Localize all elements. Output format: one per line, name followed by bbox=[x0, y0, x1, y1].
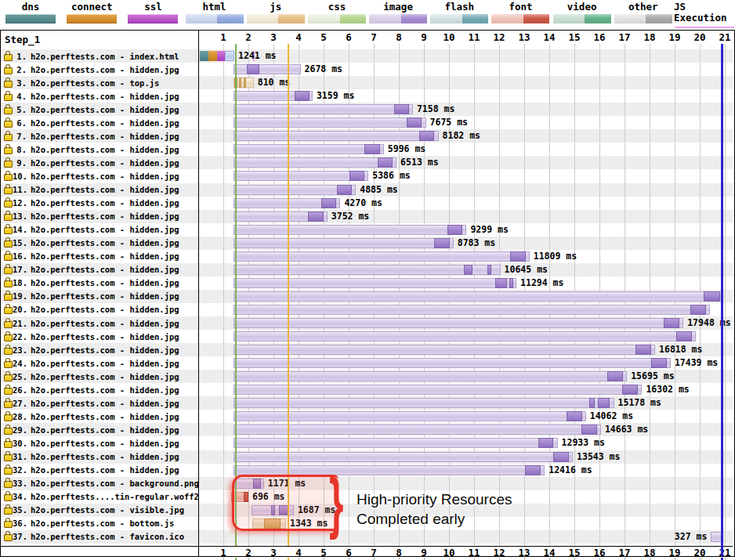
request-bar[interactable] bbox=[234, 251, 530, 262]
request-url-label: h2o.perftests.com - hidden.jpg bbox=[31, 385, 179, 395]
request-bar-download-segment bbox=[407, 117, 422, 128]
request-row-item[interactable]: 36.h2o.perftests.com - bottom.js bbox=[1, 517, 198, 530]
request-row-item[interactable]: 17.h2o.perftests.com - hidden.jpg bbox=[1, 263, 198, 276]
request-row-item[interactable]: 1.h2o.perftests.com - index.html bbox=[1, 49, 198, 63]
request-bar[interactable] bbox=[234, 318, 683, 328]
request-bar[interactable] bbox=[234, 144, 384, 154]
request-bar[interactable] bbox=[234, 452, 573, 462]
request-bar[interactable] bbox=[234, 465, 545, 475]
legend-swatch-ssl bbox=[128, 14, 178, 23]
legend-label: video bbox=[567, 2, 597, 13]
request-duration-label: 2678 ms bbox=[305, 64, 342, 74]
request-row-item[interactable]: 19.h2o.perftests.com - hidden.jpg bbox=[1, 290, 198, 303]
legend-swatch-half bbox=[430, 14, 462, 23]
request-row-item[interactable]: 31.h2o.perftests.com - hidden.jpg bbox=[1, 450, 198, 464]
x-tick-label-top: 21 bbox=[719, 32, 730, 43]
request-row-item[interactable]: 30.h2o.perftests.com - hidden.jpg bbox=[1, 436, 198, 450]
request-bar-segment-html[interactable] bbox=[225, 51, 234, 61]
legend-swatch-half bbox=[217, 14, 243, 23]
request-bar-segment-ssl[interactable] bbox=[217, 51, 225, 61]
request-row-item[interactable]: 33.h2o.perftests.com - background.png bbox=[1, 477, 198, 490]
request-bar[interactable] bbox=[234, 265, 501, 275]
request-bar-segment-dns[interactable] bbox=[200, 51, 208, 61]
request-bar-download-segment bbox=[364, 144, 379, 154]
request-url-label: h2o.perftests.com - hidden.jpg bbox=[31, 425, 179, 435]
request-url-label: h2o.perftests.com - top.js bbox=[31, 78, 159, 88]
request-bar[interactable] bbox=[234, 411, 586, 421]
legend-item-js-execution: JS Execution bbox=[674, 0, 735, 28]
request-bar-download-segment bbox=[378, 157, 393, 168]
request-row-item[interactable]: 34.h2o.perftests....tin-regular.woff2 bbox=[1, 490, 198, 504]
request-row-item[interactable]: 12.h2o.perftests.com - hidden.jpg bbox=[1, 197, 198, 210]
annotation-line-1: High-priority Resources bbox=[357, 490, 512, 509]
request-bar[interactable] bbox=[234, 117, 426, 128]
request-bar[interactable] bbox=[234, 385, 643, 395]
legend-item-flash: flash bbox=[429, 0, 490, 28]
request-bar[interactable] bbox=[234, 438, 558, 448]
request-row-item[interactable]: 35.h2o.perftests.com - visible.jpg bbox=[1, 504, 198, 517]
request-bar[interactable] bbox=[234, 398, 614, 408]
request-row-item[interactable]: 21.h2o.perftests.com - hidden.jpg bbox=[1, 316, 198, 330]
request-row-item[interactable]: 5.h2o.perftests.com - hidden.jpg bbox=[1, 103, 198, 116]
request-bar[interactable] bbox=[234, 371, 627, 381]
request-row-item[interactable]: 23.h2o.perftests.com - hidden.jpg bbox=[1, 343, 198, 356]
request-row-item[interactable]: 18.h2o.perftests.com - hidden.jpg bbox=[1, 276, 198, 290]
request-bar[interactable] bbox=[234, 358, 671, 368]
request-row-item[interactable]: 25.h2o.perftests.com - hidden.jpg bbox=[1, 370, 198, 383]
request-row-item[interactable]: 28.h2o.perftests.com - hidden.jpg bbox=[1, 410, 198, 423]
request-row-item[interactable]: 15.h2o.perftests.com - hidden.jpg bbox=[1, 237, 198, 250]
lock-icon bbox=[4, 454, 13, 461]
request-number: 28. bbox=[13, 412, 27, 421]
legend-swatch-half bbox=[523, 14, 549, 23]
x-tick-label-bottom: 19 bbox=[668, 547, 680, 558]
request-row-item[interactable]: 11.h2o.perftests.com - hidden.jpg bbox=[1, 183, 198, 197]
request-bar[interactable] bbox=[234, 104, 413, 114]
request-row-item[interactable]: 8.h2o.perftests.com - hidden.jpg bbox=[1, 143, 198, 156]
request-row-item[interactable]: 26.h2o.perftests.com - hidden.jpg bbox=[1, 383, 198, 396]
legend-label: image bbox=[383, 2, 413, 13]
request-row-item[interactable]: 37.h2o.perftests.com - favicon.ico bbox=[1, 530, 198, 544]
request-number: 5. bbox=[13, 105, 27, 114]
request-duration-label: 14062 ms bbox=[590, 411, 633, 421]
request-row-item[interactable]: 3.h2o.perftests.com - top.js bbox=[1, 76, 198, 89]
lock-icon bbox=[4, 388, 13, 395]
request-bar[interactable] bbox=[234, 331, 696, 341]
request-row-item[interactable]: 32.h2o.perftests.com - hidden.jpg bbox=[1, 464, 198, 477]
request-url-label: h2o.perftests.com - hidden.jpg bbox=[31, 172, 179, 181]
request-row-item[interactable]: 22.h2o.perftests.com - hidden.jpg bbox=[1, 330, 198, 343]
request-row-item[interactable]: 9.h2o.perftests.com - hidden.jpg bbox=[1, 156, 198, 169]
request-row-item[interactable]: 27.h2o.perftests.com - hidden.jpg bbox=[1, 396, 198, 410]
legend-swatch-half bbox=[186, 14, 218, 23]
request-url-label: h2o.perftests.com - hidden.jpg bbox=[31, 118, 179, 128]
request-row-item[interactable]: 20.h2o.perftests.com - hidden.jpg bbox=[1, 303, 198, 316]
x-tick-label-bottom: 12 bbox=[493, 547, 505, 558]
legend-item-html: html bbox=[184, 0, 245, 28]
request-row-item[interactable]: 2.h2o.perftests.com - hidden.jpg bbox=[1, 63, 198, 76]
request-bar[interactable] bbox=[234, 157, 396, 168]
request-row-item[interactable]: 10.h2o.perftests.com - hidden.jpg bbox=[1, 169, 198, 182]
request-bar[interactable] bbox=[234, 291, 724, 302]
request-bar-segment-connect[interactable] bbox=[208, 51, 217, 61]
request-duration-label: 4270 ms bbox=[344, 198, 382, 208]
x-tick-label-bottom: 14 bbox=[543, 547, 555, 558]
request-url-label: h2o.perftests....tin-regular.woff2 bbox=[31, 492, 199, 501]
request-row-item[interactable]: 16.h2o.perftests.com - hidden.jpg bbox=[1, 250, 198, 263]
request-duration-label: 17439 ms bbox=[675, 358, 718, 368]
request-url-label: h2o.perftests.com - hidden.jpg bbox=[31, 412, 179, 421]
request-row-item[interactable]: 13.h2o.perftests.com - hidden.jpg bbox=[1, 210, 198, 223]
request-row-item[interactable]: 7.h2o.perftests.com - hidden.jpg bbox=[1, 129, 198, 143]
request-row-item[interactable]: 14.h2o.perftests.com - hidden.jpg bbox=[1, 223, 198, 237]
request-bar[interactable] bbox=[234, 238, 454, 248]
request-bar[interactable] bbox=[234, 225, 467, 235]
request-bar[interactable] bbox=[234, 131, 439, 141]
request-row-item[interactable]: 6.h2o.perftests.com - hidden.jpg bbox=[1, 116, 198, 129]
request-row-item[interactable]: 4.h2o.perftests.com - hidden.jpg bbox=[1, 89, 198, 103]
request-bar[interactable] bbox=[234, 278, 516, 288]
request-bar[interactable] bbox=[234, 171, 368, 181]
request-bar[interactable] bbox=[234, 305, 710, 315]
request-bar[interactable] bbox=[234, 345, 655, 355]
request-row-item[interactable]: 29.h2o.perftests.com - hidden.jpg bbox=[1, 423, 198, 436]
request-bar[interactable] bbox=[234, 64, 301, 74]
legend-swatch-flash bbox=[430, 14, 488, 23]
request-row-item[interactable]: 24.h2o.perftests.com - hidden.jpg bbox=[1, 356, 198, 370]
